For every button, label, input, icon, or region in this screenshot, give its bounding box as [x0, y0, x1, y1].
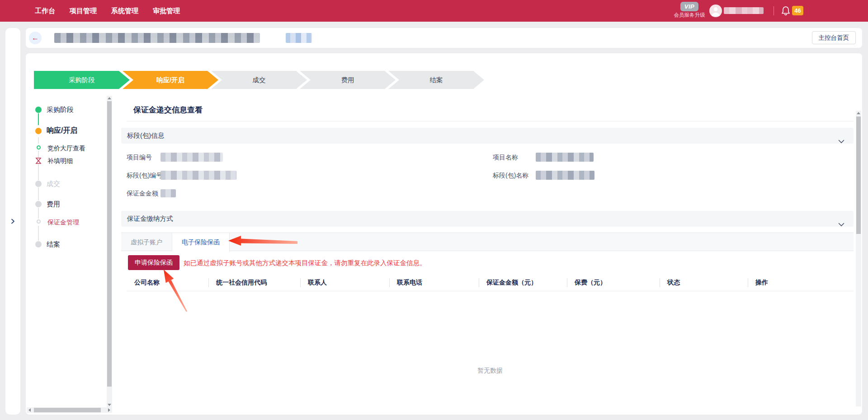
- hourglass-pending-icon: [35, 157, 42, 164]
- dot-todo-icon: [35, 181, 42, 187]
- project-no-value-redacted: [160, 153, 223, 162]
- page-title: 保证金递交信息查看: [133, 105, 203, 115]
- top-navbar: 工作台 项目管理 系统管理 审批管理 VIP 会员服务升级 46: [0, 0, 868, 22]
- scroll-right-arrow-icon[interactable]: [108, 408, 110, 412]
- nav-divider: [774, 6, 774, 15]
- project-name-value-redacted: [536, 153, 594, 162]
- guarantee-table-header: 公司名称 统一社会信用代码 联系人 联系电话 保证金金额（元） 保费（元） 状态…: [127, 275, 854, 291]
- scrollbar-thumb[interactable]: [34, 408, 101, 412]
- vip-icon: VIP: [680, 2, 698, 11]
- package-no-value-redacted: [160, 171, 236, 180]
- sidebar-item-deposit-management[interactable]: 保证金管理: [47, 219, 79, 227]
- sidebar-item-bidding-hall[interactable]: 竞价大厅查看: [47, 145, 85, 153]
- package-name-label: 标段(包)名称: [493, 172, 528, 180]
- step-fee[interactable]: 费用: [300, 71, 396, 89]
- timeline-connector: [38, 113, 39, 125]
- sidebar-item-procurement[interactable]: 采购阶段: [47, 106, 74, 114]
- divider: [127, 121, 854, 121]
- col-credit-code: 统一社会信用代码: [208, 275, 300, 291]
- nav-item-project-management[interactable]: 项目管理: [70, 7, 97, 15]
- apply-insurance-guarantee-button[interactable]: 申请保险保函: [128, 255, 179, 270]
- user-avatar[interactable]: [709, 5, 722, 17]
- vip-caption: 会员服务升级: [673, 12, 706, 19]
- tab-electronic-insurance-guarantee[interactable]: 电子保险保函: [172, 233, 230, 252]
- nav-item-approval-management[interactable]: 审批管理: [153, 7, 180, 15]
- scrollbar-thumb[interactable]: [856, 117, 861, 234]
- project-name-label: 项目名称: [493, 154, 518, 162]
- section-package-info: 标段(包)信息: [121, 128, 854, 144]
- package-name-value-redacted: [536, 171, 594, 180]
- nav-item-workbench[interactable]: 工作台: [35, 7, 55, 15]
- sidebar-item-response-open[interactable]: 响应/开启: [47, 126, 77, 135]
- package-no-label: 标段(包)编号: [127, 172, 162, 180]
- step-close[interactable]: 结案: [388, 71, 484, 89]
- col-premium: 保费（元）: [567, 275, 660, 291]
- sidebar-item-fee[interactable]: 费用: [47, 200, 60, 209]
- col-actions: 操作: [748, 275, 854, 291]
- timeline-connector: [38, 187, 39, 201]
- step-procurement[interactable]: 采购阶段: [34, 71, 130, 89]
- scrollbar-thumb[interactable]: [107, 101, 112, 387]
- step-response-open[interactable]: 响应/开启: [123, 71, 218, 89]
- user-name-redacted: [724, 7, 764, 14]
- project-tag-redacted: [286, 33, 312, 43]
- main-content-card: 采购阶段 响应/开启 成交 费用 结案 采购阶段 响应/开启 竞价大厅查看 补填…: [26, 53, 862, 415]
- notification-count-badge[interactable]: 46: [792, 6, 803, 15]
- empty-table-placeholder: 暂无数据: [127, 367, 854, 375]
- console-home-button[interactable]: 主控台首页: [812, 31, 856, 44]
- project-title-redacted: [54, 33, 260, 43]
- timeline-connector: [38, 137, 39, 144]
- sidebar-item-fill-details[interactable]: 补填明细: [47, 157, 73, 165]
- collapse-chevron-down-icon[interactable]: [838, 134, 844, 149]
- col-status: 状态: [660, 275, 748, 291]
- dot-current-icon: [35, 128, 42, 134]
- stage-step-bar: 采购阶段 响应/开启 成交 费用 结案: [34, 71, 484, 89]
- person-icon: [709, 5, 722, 17]
- dot-todo-icon: [35, 241, 42, 247]
- timeline-connector: [38, 226, 39, 241]
- scroll-up-arrow-icon[interactable]: [108, 97, 111, 99]
- expand-panel-chevron-icon[interactable]: [9, 218, 16, 225]
- dot-todo-icon: [35, 201, 42, 207]
- step-deal[interactable]: 成交: [211, 71, 307, 89]
- notification-bell-icon[interactable]: [781, 5, 791, 16]
- timeline-connector: [38, 164, 39, 180]
- timeline-connector: [38, 208, 39, 219]
- project-no-label: 项目编号: [127, 154, 152, 162]
- sidebar-item-close[interactable]: 结案: [47, 240, 60, 249]
- content-vertical-scrollbar[interactable]: [856, 111, 861, 406]
- vip-upgrade[interactable]: VIP 会员服务升级: [673, 2, 706, 19]
- ring-done-icon: [37, 145, 41, 149]
- main-menu: 工作台 项目管理 系统管理 审批管理: [35, 0, 180, 22]
- section-title: 保证金缴纳方式: [127, 215, 173, 222]
- dot-done-icon: [35, 107, 42, 113]
- tab-virtual-sub-account[interactable]: 虚拟子账户: [121, 233, 172, 251]
- col-contact-phone: 联系电话: [389, 275, 479, 291]
- deposit-amount-value-redacted: [160, 189, 176, 197]
- col-company-name: 公司名称: [127, 275, 208, 291]
- sidebar-vertical-scrollbar[interactable]: [107, 96, 112, 407]
- page-header-card: ← 主控台首页: [26, 28, 862, 48]
- back-button[interactable]: ←: [29, 32, 42, 44]
- sidebar-item-deal[interactable]: 成交: [47, 180, 60, 188]
- sidebar-horizontal-scrollbar[interactable]: [27, 407, 112, 413]
- deposit-amount-label: 保证金金额: [127, 190, 158, 198]
- collapse-chevron-down-icon[interactable]: [838, 217, 844, 233]
- nav-item-system-management[interactable]: 系统管理: [111, 7, 138, 15]
- payment-method-tabs: 虚拟子账户 电子保险保函: [121, 233, 854, 251]
- scroll-up-arrow-icon[interactable]: [857, 112, 860, 114]
- col-deposit-amount: 保证金金额（元）: [479, 275, 567, 291]
- ring-todo-icon: [37, 219, 41, 224]
- duplicate-deposit-warning: 如已通过虚拟子账号或其他方式递交本项目保证金，请勿重复在此录入保证金信息。: [184, 259, 426, 267]
- collapsed-side-rail: [5, 28, 20, 415]
- section-title: 标段(包)信息: [127, 132, 164, 139]
- col-contact-person: 联系人: [300, 275, 389, 291]
- scroll-left-arrow-icon[interactable]: [28, 408, 31, 412]
- scroll-down-arrow-icon[interactable]: [108, 404, 111, 406]
- section-payment-method: 保证金缴纳方式: [121, 211, 854, 227]
